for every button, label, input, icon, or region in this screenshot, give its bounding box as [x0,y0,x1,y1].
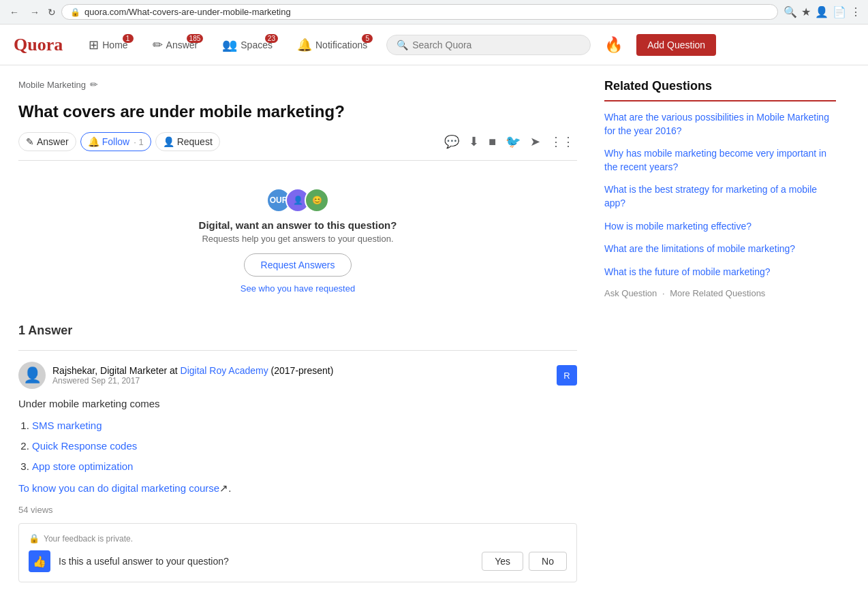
related-question-link-3[interactable]: How is mobile marketing effective? [604,220,836,234]
nav-home[interactable]: ⊞ Home 1 [83,34,133,56]
flame-icon[interactable]: 🔥 [604,36,623,54]
more-related-link[interactable]: More Related Questions [670,288,765,298]
footer-separator: · [662,288,667,298]
lock-icon: 🔒 [29,533,40,544]
related-question-5: What is the future of mobile marketing? [604,266,836,279]
follow-label: Follow [102,136,129,147]
navbar: Quora ⊞ Home 1 ✏ Answer 185 👥 Spaces 23 … [0,25,868,65]
avatar-3: 😊 [305,188,329,213]
qr-link[interactable]: Quick Response codes [32,440,137,452]
no-button[interactable]: No [529,552,567,571]
follow-icon: 🔔 [88,136,99,147]
related-question-2: What is the best strategy for marketing … [604,183,836,210]
downvote-button[interactable]: ⬇ [466,131,482,152]
list-item: SMS marketing [32,418,577,434]
request-subtitle: Requests help you get answers to your qu… [32,234,563,244]
author-period: (2017-present) [268,365,334,376]
comment-button[interactable]: 💬 [441,131,462,152]
answer-content: Under mobile marketing comes SMS marketi… [18,396,577,497]
request-answers-button[interactable]: Request Answers [244,253,352,277]
author-avatar: 👤 [18,362,46,389]
more-button[interactable]: ⋮⋮ [547,131,577,152]
answer-list: SMS marketing Quick Response codes App s… [32,418,577,475]
related-question-0: What are the various possibilities in Mo… [604,111,836,138]
extension-button-1[interactable]: 👤 [815,5,828,18]
action-bar: ✎ Answer 🔔 Follow · 1 👤 Request 💬 ⬇ ■ 🐦 … [18,131,577,161]
feedback-question-text: Is this a useful answer to your question… [59,556,229,567]
answer-intro: Under mobile marketing comes [18,396,577,412]
answer-count: 1 Answer [18,324,577,338]
bookmark-button[interactable]: ★ [801,5,811,18]
author-name: Rajshekar, Digital Marketer at Digital R… [52,365,333,376]
answer-author: 👤 Rajshekar, Digital Marketer at Digital… [18,362,333,389]
answer-outro-start[interactable]: To know you can do [18,482,112,494]
main-layout: Mobile Marketing ✏ What covers are under… [5,65,863,596]
answer-button[interactable]: ✎ Answer [18,132,76,151]
views-count: 54 views [18,505,577,515]
feedback-box: 🔒 Your feedback is private. 👍 Is this a … [18,523,577,582]
author-name-text: Rajshekar, Digital Marketer at Digital R… [52,365,333,376]
home-badge: 1 [123,34,134,43]
forward-button[interactable]: → [27,5,42,19]
nav-spaces[interactable]: 👥 Spaces 23 [217,34,278,56]
related-question-link-5[interactable]: What is the future of mobile marketing? [604,266,836,279]
twitter-button[interactable]: 🐦 [503,131,523,152]
bell-icon: 🔔 [297,37,312,52]
nav-notifications[interactable]: 🔔 Notifications 5 [292,34,373,56]
answer-outro: To know you can do digital marketing cou… [18,480,577,497]
back-button[interactable]: ← [7,5,22,19]
request-box: OUR 👤 😊 Digital, want an answer to this … [18,174,577,307]
breadcrumb-edit-icon[interactable]: ✏ [90,79,98,90]
url-bar[interactable]: 🔒 quora.com/What-covers-are-under-mobile… [61,4,778,20]
breadcrumb: Mobile Marketing ✏ [18,79,577,90]
add-question-button[interactable]: Add Question [636,34,716,56]
feedback-private-label: Your feedback is private. [44,534,133,544]
author-role: Digital Marketer at [100,365,180,376]
search-input[interactable] [412,40,580,50]
answer-icon: ✎ [26,136,34,147]
aso-link[interactable]: App store optimization [32,460,133,472]
related-questions-title: Related Questions [604,79,836,101]
breadcrumb-label[interactable]: Mobile Marketing [18,80,86,90]
question-title: What covers are under mobile marketing? [18,101,577,122]
related-question-link-1[interactable]: Why has mobile marketing become very imp… [604,147,836,174]
reload-button[interactable]: ↻ [48,7,56,18]
author-info: Rajshekar, Digital Marketer at Digital R… [52,365,333,386]
feedback-question-row: 👍 Is this a useful answer to your questi… [29,550,567,572]
extension-button-2[interactable]: 📄 [833,5,846,18]
credibility-icon[interactable]: R [557,365,577,386]
content-area: Mobile Marketing ✏ What covers are under… [18,79,577,582]
share-button[interactable]: ➤ [527,131,543,152]
request-button[interactable]: 👤 Request [155,132,220,151]
digital-marketing-link[interactable]: digital marketing course [112,482,219,494]
spaces-badge: 23 [265,34,278,43]
nav-answer[interactable]: ✏ Answer 185 [147,34,204,56]
related-question-link-2[interactable]: What is the best strategy for marketing … [604,183,836,210]
request-title: Digital, want an answer to this question… [32,219,563,231]
author-company-link[interactable]: Digital Roy Academy [181,365,268,376]
answer-meta: 👤 Rajshekar, Digital Marketer at Digital… [18,362,577,389]
follow-count: · 1 [134,137,143,147]
related-question-link-4[interactable]: What are the limitations of mobile marke… [604,242,836,256]
spaces-icon: 👥 [222,37,237,52]
answer-date: Answered Sep 21, 2017 [52,376,333,386]
menu-button[interactable]: ⋮ [850,5,861,18]
ask-question-link[interactable]: Ask Question [604,288,657,298]
sms-link[interactable]: SMS marketing [32,420,102,431]
quora-logo[interactable]: Quora [14,35,63,55]
answer-section: 1 Answer 👤 Rajshekar, Digital Marketer a… [18,324,577,582]
feedback-private: 🔒 Your feedback is private. [29,533,567,544]
follow-button[interactable]: 🔔 Follow · 1 [80,132,151,151]
see-who-link[interactable]: See who you have requested [32,283,563,294]
url-text: quora.com/What-covers-are-under-mobile-m… [84,7,291,17]
sidebar: Related Questions What are the various p… [604,79,836,582]
facebook-button[interactable]: ■ [486,132,499,152]
zoom-button[interactable]: 🔍 [784,5,797,18]
browser-bar: ← → ↻ 🔒 quora.com/What-covers-are-under-… [0,0,868,25]
related-question-link-0[interactable]: What are the various possibilities in Mo… [604,111,836,138]
search-box[interactable]: 🔍 [386,35,591,55]
answer-badge: 185 [187,34,204,43]
yes-button[interactable]: Yes [482,552,523,571]
answer-nav-icon: ✏ [153,37,163,52]
thumbs-up-icon: 👍 [29,550,50,572]
